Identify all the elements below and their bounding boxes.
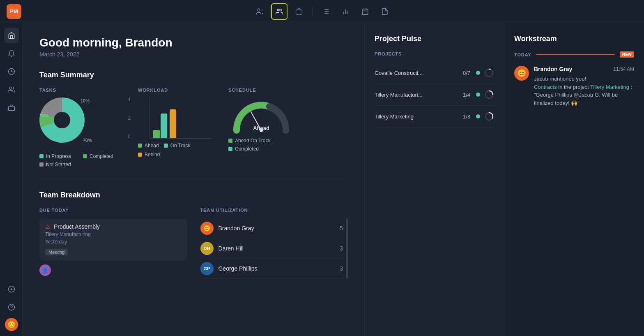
util-name-daren: Daren Hill: [218, 245, 335, 252]
svg-rect-13: [362, 9, 368, 15]
workload-label: WORKLOAD: [138, 88, 212, 93]
util-count-daren: 3: [340, 245, 343, 252]
team-utilization-section: TEAM UTILIZATION 😊 Brandon Gray 5 DH: [200, 208, 348, 279]
projects-label: PROJECTS: [375, 51, 494, 56]
ws-link-contracts[interactable]: Contracts: [534, 84, 557, 90]
nav-calendar-btn[interactable]: [357, 3, 373, 20]
legend-completed: Completed: [83, 153, 122, 159]
nav-briefcase-btn[interactable]: [291, 3, 307, 20]
legend-ahead-ontrack: Ahead On Track: [228, 138, 310, 144]
util-count-george: 3: [340, 265, 343, 272]
status-dot-tillery-mktg: [476, 114, 480, 118]
schedule-section: SCHEDULE Ahead: [228, 88, 310, 152]
legend-dot-completed: [83, 154, 87, 158]
progress-ring-tillery-mfg: [484, 90, 494, 100]
task-item: ⚠ Product Assembly Tillery Manufacturing…: [39, 218, 187, 260]
legend-in-progress: In Progress: [39, 153, 78, 159]
legend-not-started: Not Started: [39, 162, 78, 167]
app-logo[interactable]: PM: [7, 4, 21, 19]
project-row-govalle[interactable]: Govalle Constructi... 0/7: [375, 62, 494, 84]
status-dot-tillery-mfg: [476, 93, 480, 97]
util-avatar-daren: DH: [200, 242, 214, 255]
team-util-label: TEAM UTILIZATION: [200, 208, 348, 213]
project-name-tillery-mfg: Tillery Manufacturi...: [375, 92, 459, 98]
partial-item: 👤: [39, 264, 187, 276]
top-nav: PM: [0, 0, 644, 23]
left-panel: Good morning, Brandon March 23, 2022 Tea…: [23, 23, 365, 336]
pie-label-70pct: 70%: [83, 138, 92, 143]
pie-center: [54, 112, 70, 128]
workstream-panel: Workstream TODAY NEW 😊 Brandon Gray 11:5…: [504, 23, 644, 336]
svg-rect-19: [8, 106, 14, 111]
bar-ahead: [153, 130, 160, 138]
sidebar-item-people[interactable]: [4, 82, 19, 97]
user-avatar[interactable]: 😊: [5, 318, 18, 331]
sidebar-item-help[interactable]: [4, 300, 19, 315]
util-item-george: GP George Phillips 3: [200, 259, 343, 279]
legend-on-track: On Track: [164, 143, 191, 148]
util-name-brandon: Brandon Gray: [218, 225, 335, 232]
sidebar-item-history[interactable]: [4, 64, 19, 79]
partial-avatar: 👤: [39, 264, 51, 276]
workload-legend: Ahead On Track Behind: [138, 143, 212, 158]
svg-point-2: [279, 9, 281, 11]
status-dot-govalle: [476, 71, 480, 75]
team-breakdown-title: Team Breakdown: [39, 191, 348, 199]
sidebar-item-home[interactable]: [4, 28, 19, 43]
bar-ontrack: [161, 114, 167, 138]
svg-point-0: [257, 9, 260, 11]
legend-ahead: Ahead: [138, 143, 159, 148]
team-util-list: 😊 Brandon Gray 5 DH Daren Hill 3: [200, 218, 343, 279]
task-name: Product Assembly: [54, 223, 100, 230]
task-item-header: ⚠ Product Assembly: [45, 223, 182, 230]
legend-schedule-completed: Completed: [228, 146, 310, 152]
svg-point-18: [9, 87, 12, 89]
ws-avatar: 😊: [514, 66, 529, 81]
ws-message: Jacob mentioned you! Contracts in the pr…: [534, 75, 634, 107]
sidebar: 😊: [0, 23, 23, 336]
project-name-govalle: Govalle Constructi...: [375, 70, 459, 76]
due-today-label: DUE TODAY: [39, 208, 187, 213]
legend-dot-in-progress: [39, 154, 44, 158]
pie-label-20pct: 20%: [39, 113, 48, 118]
pie-label-10pct: 10%: [80, 98, 90, 103]
warning-icon: ⚠: [45, 223, 51, 230]
project-name-tillery-mktg: Tillery Marketing: [375, 114, 459, 120]
nav-people-btn[interactable]: [251, 3, 268, 20]
tasks-label: TASKS: [39, 88, 122, 93]
tasks-pie-chart: [39, 97, 85, 143]
bar-chart: [150, 97, 212, 139]
new-badge: NEW: [620, 51, 634, 58]
schedule-legend: Ahead On Track Completed: [228, 138, 310, 152]
bar-behind: [170, 109, 176, 138]
project-row-tillery-mktg[interactable]: Tillery Marketing 1/3: [375, 106, 494, 127]
util-item-brandon: 😊 Brandon Gray 5: [200, 218, 343, 239]
sidebar-item-notifications[interactable]: [4, 46, 19, 61]
due-today-section: DUE TODAY ⚠ Product Assembly Tillery Man…: [39, 208, 187, 279]
bar-group-2: [170, 109, 176, 138]
project-row-tillery-mfg[interactable]: Tillery Manufacturi... 1/4: [375, 84, 494, 106]
ws-link-tillery[interactable]: Tillery Marketing: [590, 84, 629, 90]
sidebar-item-projects[interactable]: [4, 100, 19, 115]
nav-chart-btn[interactable]: [337, 3, 354, 20]
project-progress-tillery-mfg: 1/4: [463, 92, 470, 98]
team-util-container: 😊 Brandon Gray 5 DH Daren Hill 3: [200, 218, 348, 279]
nav-list-btn[interactable]: [317, 3, 334, 20]
nav-team-btn[interactable]: [271, 3, 288, 20]
progress-ring-govalle: [484, 68, 494, 78]
util-item-daren: DH Daren Hill 3: [200, 239, 343, 259]
util-scrollbar[interactable]: [346, 218, 348, 279]
svg-point-1: [277, 9, 279, 11]
schedule-status: Ahead: [253, 125, 269, 131]
ws-header: Brandon Gray 11:54 AM: [534, 66, 634, 72]
timeline-header: TODAY NEW: [514, 51, 634, 58]
legend-dot-ahead-ontrack: [228, 139, 232, 143]
project-pulse-title: Project Pulse: [375, 35, 494, 43]
project-pulse-panel: Project Pulse PROJECTS Govalle Construct…: [365, 23, 504, 336]
nav-file-btn[interactable]: [377, 3, 393, 20]
pie-legend: In Progress Completed Not Started: [39, 153, 122, 167]
workload-section: WORKLOAD 4 2 0: [138, 88, 212, 158]
task-project: Tillery Manufacturing: [45, 232, 182, 237]
sidebar-item-add[interactable]: [4, 282, 19, 297]
progress-ring-tillery-mktg: [484, 111, 494, 121]
